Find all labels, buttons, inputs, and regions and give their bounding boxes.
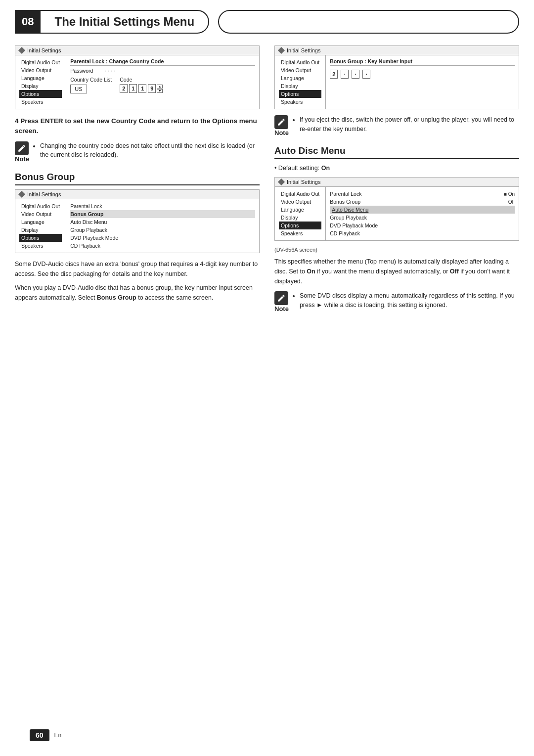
screen4-header: Initial Settings bbox=[275, 178, 519, 187]
body-text-2: When you play a DVD-Audio disc that has … bbox=[15, 283, 260, 303]
note2-content: If you eject the disc, switch the power … bbox=[293, 115, 519, 135]
bonus-digit-3: · bbox=[352, 70, 359, 79]
s4-menu-speakers: Speakers bbox=[279, 229, 321, 237]
screen2-menu: Digital Audio Out Video Output Language … bbox=[15, 199, 66, 253]
page-number: 60 bbox=[30, 729, 49, 741]
screen1-password-value: · · · · bbox=[105, 68, 115, 74]
lang-label: En bbox=[54, 732, 62, 739]
s2-menu-speakers: Speakers bbox=[19, 242, 62, 250]
body3-bold1: On bbox=[307, 268, 315, 275]
bonus-digit-1: 2 bbox=[330, 70, 338, 79]
screen3-header-label: Initial Settings bbox=[287, 47, 320, 53]
page-footer: 60 En bbox=[30, 729, 61, 741]
country-code-list-label: Country Code List US bbox=[70, 77, 112, 93]
bonus-input-digits: 2 · · · bbox=[330, 70, 515, 79]
chapter-title-box: The Initial Settings Menu bbox=[41, 10, 209, 34]
s2-option-cd-playback: CD Playback bbox=[70, 242, 255, 250]
s2-option-parental: Parental Lock bbox=[70, 202, 255, 210]
menu-item-options-selected: Options bbox=[19, 90, 62, 98]
s4-menu-video: Video Output bbox=[279, 198, 321, 206]
s4-option-cd-playback: CD Playback bbox=[330, 229, 515, 237]
s4-option-auto-disc: Auto Disc Menu bbox=[330, 206, 515, 214]
default-setting-bold: On bbox=[321, 165, 330, 172]
s4-option-group-playback: Group Playback bbox=[330, 214, 515, 222]
screen2-header-label: Initial Settings bbox=[27, 191, 61, 197]
screen-country-code: Initial Settings Digital Audio Out Video… bbox=[15, 45, 260, 109]
screen2-header: Initial Settings bbox=[15, 190, 259, 199]
note1-header: Note bbox=[15, 141, 29, 163]
bonus-digit-2: · bbox=[341, 70, 349, 79]
body-text-1: Some DVD-Audio discs have an extra 'bonu… bbox=[15, 259, 260, 279]
screen1-content: Parental Lock : Change Country Code Pass… bbox=[66, 55, 259, 109]
arrow-down[interactable]: ▼ bbox=[157, 89, 163, 93]
pencil-icon-3 bbox=[277, 294, 286, 303]
pencil-icon-2 bbox=[277, 118, 286, 127]
s4-option-parental: Parental Lock ■ On bbox=[330, 190, 515, 198]
menu-item-digital-audio: Digital Audio Out bbox=[19, 58, 62, 66]
diamond-icon-3 bbox=[278, 47, 285, 54]
s2-menu-language: Language bbox=[19, 218, 62, 226]
page-header: 08 The Initial Settings Menu bbox=[15, 10, 519, 34]
screen1-content-title: Parental Lock : Change Country Code bbox=[70, 58, 255, 66]
screen-bonus-group: Initial Settings Digital Audio Out Video… bbox=[15, 189, 260, 253]
note2-label: Note bbox=[274, 129, 289, 136]
note-box-3: Note Some DVD discs display a menu autom… bbox=[274, 291, 519, 312]
code-digit-3: 1 bbox=[138, 84, 146, 93]
note1-bullet: Changing the country code does not take … bbox=[40, 141, 260, 160]
code-digit-2: 1 bbox=[129, 84, 137, 93]
s3-menu-options: Options bbox=[279, 90, 321, 98]
main-content: Initial Settings Digital Audio Out Video… bbox=[15, 45, 519, 317]
s3-menu-speakers: Speakers bbox=[279, 98, 321, 106]
s4-menu-display: Display bbox=[279, 214, 321, 222]
note3-label: Note bbox=[274, 305, 289, 312]
note-box-1: Note Changing the country code does not … bbox=[15, 141, 260, 163]
screen1-country-code-row: Country Code List US Code 2 1 1 9 bbox=[70, 77, 255, 93]
screen3-menu: Digital Audio Out Video Output Language … bbox=[275, 55, 326, 109]
menu-item-speakers: Speakers bbox=[19, 98, 62, 106]
body3-bold2: Off bbox=[450, 268, 459, 275]
code-digit-4: 9 bbox=[148, 84, 156, 93]
screen1-header: Initial Settings bbox=[15, 46, 259, 55]
note-icon-3 bbox=[274, 291, 288, 305]
menu-item-language: Language bbox=[19, 74, 62, 82]
screen4-menu: Digital Audio Out Video Output Language … bbox=[275, 187, 326, 240]
note2-header: Note bbox=[274, 115, 289, 136]
code-label: Code bbox=[120, 77, 163, 83]
s4-menu-options: Options bbox=[279, 222, 321, 229]
s3-menu-digital: Digital Audio Out bbox=[279, 58, 321, 66]
chapter-number: 08 bbox=[15, 10, 41, 34]
body-text-3: This specifies whether the menu (Top men… bbox=[274, 257, 519, 286]
s2-option-auto-disc: Auto Disc Menu bbox=[70, 218, 255, 226]
screen1-header-label: Initial Settings bbox=[27, 47, 61, 53]
s2-menu-options: Options bbox=[19, 234, 62, 242]
s2-option-group-playback: Group Playback bbox=[70, 226, 255, 234]
step-text: 4 Press ENTER to set the new Country Cod… bbox=[15, 116, 260, 136]
body2-bold: Bonus Group bbox=[97, 294, 136, 301]
s2-menu-digital: Digital Audio Out bbox=[19, 202, 62, 210]
header-right-decoration bbox=[218, 10, 519, 34]
screen2-content: Parental Lock Bonus Group Auto Disc Menu… bbox=[66, 199, 259, 253]
note1-content: Changing the country code does not take … bbox=[33, 141, 260, 161]
screen4-header-label: Initial Settings bbox=[287, 179, 320, 185]
screen4-body: Digital Audio Out Video Output Language … bbox=[275, 187, 519, 240]
code-digit-1: 2 bbox=[120, 84, 128, 93]
dv-label: (DV-656A screen) bbox=[274, 247, 519, 253]
right-column: Initial Settings Digital Audio Out Video… bbox=[274, 45, 519, 317]
screen2-body: Digital Audio Out Video Output Language … bbox=[15, 199, 259, 253]
screen3-content-title: Bonus Group : Key Number Input bbox=[330, 58, 515, 66]
s4-parental-on: ■ On bbox=[504, 191, 515, 197]
note1-label: Note bbox=[15, 155, 29, 163]
note3-header: Note bbox=[274, 291, 289, 312]
s4-menu-language: Language bbox=[279, 206, 321, 214]
arrow-buttons: ▲ ▼ bbox=[157, 85, 163, 93]
s3-menu-video: Video Output bbox=[279, 66, 321, 74]
screen1-password-row: Password · · · · bbox=[70, 68, 255, 74]
code-section: Code 2 1 1 9 ▲ ▼ bbox=[120, 77, 163, 93]
note3-content: Some DVD discs display a menu automatica… bbox=[293, 291, 519, 311]
country-code-list-text: Country Code List bbox=[70, 77, 112, 83]
auto-disc-menu-heading: Auto Disc Menu bbox=[274, 145, 519, 159]
arrow-up[interactable]: ▲ bbox=[157, 85, 163, 89]
s2-menu-video: Video Output bbox=[19, 210, 62, 218]
bonus-digit-4: · bbox=[362, 70, 370, 79]
diamond-icon-4 bbox=[278, 178, 285, 185]
